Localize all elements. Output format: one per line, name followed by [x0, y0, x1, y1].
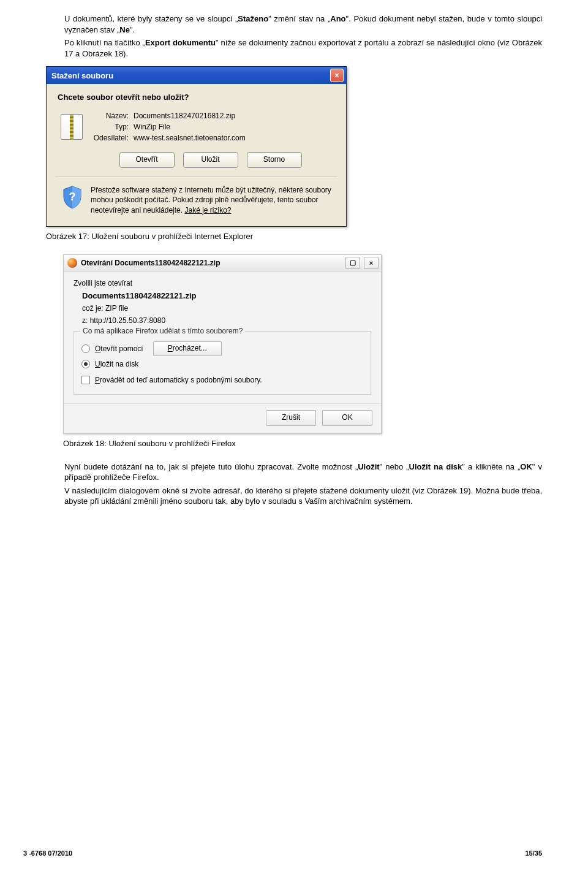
ie-from-value: www-test.sealsnet.tietoenator.com	[134, 134, 335, 142]
close-icon[interactable]: ×	[364, 257, 379, 269]
page-footer: 3 -6768 07/2010 15/35	[23, 849, 542, 857]
ff-titlebar: Otevírání Documents1180424822121.zip ▢ ×	[64, 255, 381, 272]
ff-option-open[interactable]: Otevřít pomocí Procházet...	[81, 341, 363, 356]
footer-page-number: 15/35	[525, 849, 542, 857]
ie-name-value: Documents1182470216812.zip	[134, 112, 335, 120]
ie-title: Stažení souboru	[51, 71, 330, 80]
ie-warning-text: Přestože software stažený z Internetu mů…	[91, 185, 331, 215]
zip-file-icon	[61, 114, 83, 140]
ff-option-auto[interactable]: Provádět od teď automaticky s podobnými …	[81, 376, 363, 384]
ie-name-label: Název:	[86, 112, 129, 120]
firefox-download-dialog: Otevírání Documents1180424822121.zip ▢ ×…	[63, 254, 382, 434]
caption-17: Obrázek 17: Uložení souboru v prohlížeči…	[46, 232, 542, 241]
ff-title: Otevírání Documents1180424822121.zip	[81, 259, 220, 267]
firefox-icon	[67, 258, 77, 268]
paragraph-2: Po kliknutí na tlačítko „Export dokument…	[46, 37, 542, 59]
ff-option-save[interactable]: Uložit na disk	[81, 360, 363, 368]
ie-type-value: WinZip File	[134, 123, 335, 131]
ff-type: což je: ZIP file	[74, 304, 371, 313]
paragraph-3: Nyní budete dotázání na to, jak si přeje…	[46, 462, 542, 483]
cancel-button[interactable]: Storno	[247, 152, 302, 168]
open-button[interactable]: Otevřít	[119, 152, 175, 168]
cancel-button[interactable]: Zrušit	[266, 410, 316, 426]
ff-from: z: http://10.25.50.37:8080	[74, 316, 371, 325]
radio-icon[interactable]	[81, 360, 90, 368]
close-icon[interactable]: ×	[330, 69, 344, 82]
shield-icon: ?	[61, 185, 83, 210]
ok-button[interactable]: OK	[322, 410, 372, 426]
ie-type-label: Typ:	[86, 123, 129, 131]
ff-action-group: Co má aplikace Firefox udělat s tímto so…	[74, 331, 371, 395]
ie-titlebar: Stažení souboru ×	[47, 67, 346, 84]
paragraph-1: U dokumentů, které byly staženy se ve sl…	[46, 13, 542, 35]
ff-intro: Zvolili jste otevírat	[74, 279, 371, 287]
radio-icon[interactable]	[81, 344, 90, 353]
footer-doc-id: 3 -6768 07/2010	[23, 849, 72, 857]
save-button[interactable]: Uložit	[183, 152, 238, 168]
svg-text:?: ?	[69, 191, 76, 203]
caption-18: Obrázek 18: Uložení souboru v prohlížeči…	[63, 439, 542, 448]
browse-button[interactable]: Procházet...	[153, 341, 222, 356]
paragraph-4: V následujícím dialogovém okně si zvolte…	[46, 485, 542, 507]
ie-download-dialog: Stažení souboru × Chcete soubor otevřít …	[46, 66, 347, 227]
ff-legend: Co má aplikace Firefox udělat s tímto so…	[80, 327, 245, 335]
ie-question: Chcete soubor otevřít nebo uložit?	[58, 93, 335, 102]
ie-from-label: Odesílatel:	[86, 134, 129, 142]
ff-filename: Documents1180424822121.zip	[74, 291, 371, 300]
checkbox-icon[interactable]	[81, 376, 90, 384]
risk-link[interactable]: Jaké je riziko?	[184, 206, 231, 215]
minimize-icon[interactable]: ▢	[345, 257, 360, 269]
